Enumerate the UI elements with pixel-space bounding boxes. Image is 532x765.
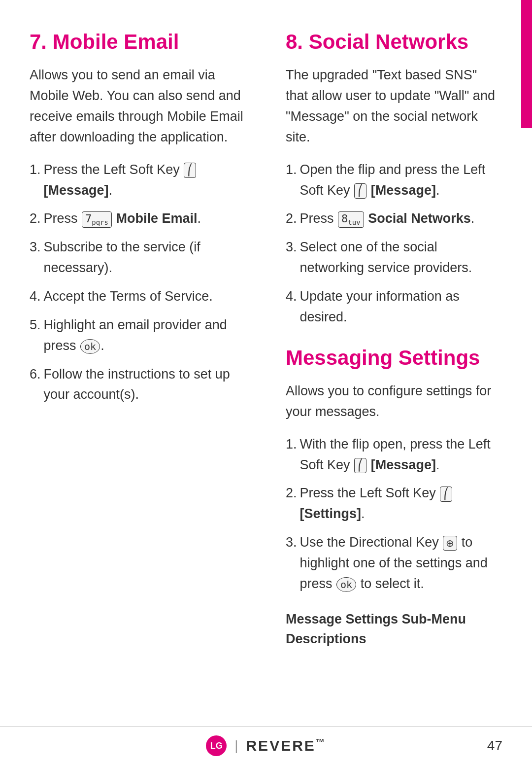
directional-key-icon: ⊕ [443,536,457,551]
softkey-icon: ⎛ [354,183,366,198]
section7-intro: Allows you to send an email via Mobile W… [30,65,246,147]
list-num: 4. [30,286,41,307]
list-item: 3. Select one of the social networking s… [286,237,502,278]
list-item: 4. Update your information as desired. [286,286,502,328]
list-num: 6. [30,364,41,385]
list-num: 1. [286,160,297,180]
list-item: 2. Press 7pqrs Mobile Email. [30,209,246,229]
messaging-settings-section: Messaging Settings Allows you to configu… [286,346,502,649]
list-text: Press the Left Soft Key ⎛ [Settings]. [300,483,502,524]
list-num: 2. [286,483,297,504]
social-networks-label: Social Networks [368,211,471,226]
list-num: 3. [286,532,297,553]
message-label: [Message] [371,457,436,472]
message-label: [Message] [371,183,436,198]
softkey-icon: ⎛ [440,487,452,501]
list-text: Follow the instructions to set up your a… [44,364,246,406]
footer-separator: | [234,738,238,754]
lg-circle-icon: LG [206,735,227,756]
footer: LG | REVERE™ 47 [0,726,532,765]
list-text: Press the Left Soft Key ⎛ [Message]. [44,160,246,201]
list-text: Press 8tuv Social Networks. [300,209,502,229]
key7-icon: 7pqrs [82,211,112,228]
right-column: 8. Social Networks The upgraded "Text ba… [276,30,502,711]
list-text: Subscribe to the service (if necessary). [44,237,246,278]
list-text: Accept the Terms of Service. [44,286,246,307]
softkey-icon: ⎛ [184,163,196,177]
list-num: 3. [30,237,41,258]
right-tab [521,0,532,128]
footer-logo: LG | REVERE™ [206,735,326,756]
messaging-settings-title: Messaging Settings [286,346,502,370]
list-num: 2. [286,209,297,229]
key8-icon: 8tuv [338,211,364,228]
ok-icon: ok [80,339,100,354]
list-num: 1. [286,434,297,455]
list-item: 1. Press the Left Soft Key ⎛ [Message]. [30,160,246,201]
list-text: With the flip open, press the Left Soft … [300,434,502,476]
footer-brand-text: REVERE™ [246,737,326,754]
list-item: 6. Follow the instructions to set up you… [30,364,246,406]
section7-list: 1. Press the Left Soft Key ⎛ [Message]. … [30,160,246,405]
messaging-settings-list: 1. With the flip open, press the Left So… [286,434,502,594]
softkey-icon: ⎛ [354,458,366,473]
trademark-symbol: ™ [316,737,326,747]
list-text: Highlight an email provider and press ok… [44,315,246,356]
page-container: 7. Mobile Email Allows you to send an em… [0,0,532,765]
list-num: 5. [30,315,41,336]
message-label: [Message] [44,183,109,198]
section8-list: 1. Open the flip and press the Left Soft… [286,160,502,328]
messaging-settings-intro: Allows you to configure settings for you… [286,381,502,422]
sub-menu-title: Message Settings Sub-Menu Descriptions [286,609,502,649]
section8-intro: The upgraded "Text based SNS" that allow… [286,65,502,147]
section8-title: 8. Social Networks [286,30,502,54]
list-item: 1. With the flip open, press the Left So… [286,434,502,476]
list-item: 1. Open the flip and press the Left Soft… [286,160,502,201]
left-column: 7. Mobile Email Allows you to send an em… [30,30,256,711]
list-item: 5. Highlight an email provider and press… [30,315,246,356]
list-item: 4. Accept the Terms of Service. [30,286,246,307]
list-num: 2. [30,209,41,229]
list-item: 3. Subscribe to the service (if necessar… [30,237,246,278]
mobile-email-label: Mobile Email [116,211,198,226]
list-text: Press 7pqrs Mobile Email. [44,209,246,229]
settings-label: [Settings] [300,506,362,521]
list-text: Update your information as desired. [300,286,502,328]
lg-logo-text: LG [210,741,223,751]
ok-icon: ok [336,577,356,592]
section7-title: 7. Mobile Email [30,30,246,54]
list-text: Open the flip and press the Left Soft Ke… [300,160,502,201]
main-content: 7. Mobile Email Allows you to send an em… [0,0,532,726]
list-item: 2. Press 8tuv Social Networks. [286,209,502,229]
footer-page-number: 47 [487,738,502,754]
list-item: 3. Use the Directional Key ⊕ to highligh… [286,532,502,594]
list-text: Use the Directional Key ⊕ to highlight o… [300,532,502,594]
list-num: 3. [286,237,297,258]
list-num: 1. [30,160,41,180]
list-text: Select one of the social networking serv… [300,237,502,278]
list-item: 2. Press the Left Soft Key ⎛ [Settings]. [286,483,502,524]
list-num: 4. [286,286,297,307]
